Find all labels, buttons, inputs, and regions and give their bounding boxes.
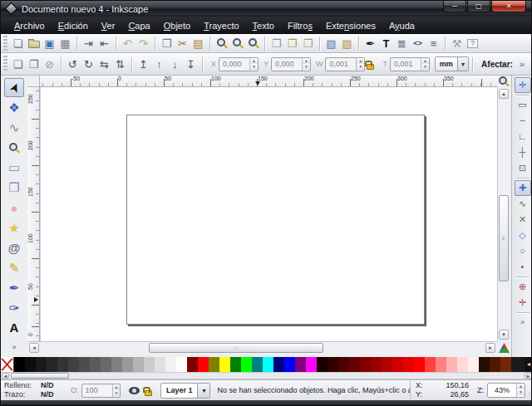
color-swatch[interactable]: [295, 357, 306, 372]
menu-capa[interactable]: Capa: [121, 19, 156, 32]
window-resize-grip[interactable]: ∷: [529, 391, 532, 400]
color-swatch[interactable]: [90, 357, 101, 372]
paste-button[interactable]: ▤: [190, 36, 206, 51]
color-swatch[interactable]: [79, 357, 90, 372]
print-document-button[interactable]: ▦: [57, 36, 73, 51]
copy-button[interactable]: ❐: [159, 36, 175, 51]
menu-texto[interactable]: Texto: [246, 19, 281, 32]
ruler-corner-zoom-icon[interactable]: [497, 76, 510, 87]
color-swatch[interactable]: [382, 357, 392, 372]
fill-stroke-dialog-button[interactable]: ✒: [362, 36, 378, 51]
close-button[interactable]: ✕: [491, 1, 526, 12]
lower-to-bottom-button[interactable]: ↧: [183, 56, 199, 72]
color-swatch[interactable]: [490, 357, 500, 372]
chevron-down-icon[interactable]: ▼: [197, 384, 209, 398]
color-swatch[interactable]: [263, 357, 273, 372]
horizontal-scrollbar[interactable]: ◂ ⁞⁞⁞ ▸: [27, 341, 497, 355]
scroll-up-button[interactable]: ▴: [499, 89, 509, 99]
color-swatch[interactable]: [468, 357, 479, 372]
snap-smooth-nodes-button[interactable]: ○: [515, 243, 531, 259]
tool-zoom[interactable]: [4, 138, 24, 157]
zoom-page-button[interactable]: [245, 36, 261, 51]
color-swatch[interactable]: [284, 357, 295, 372]
new-document-button[interactable]: ❏: [10, 36, 26, 51]
palette-overflow-arrow[interactable]: ◂: [525, 357, 532, 372]
document-properties-button[interactable]: ?: [465, 36, 480, 51]
snap-bbox-button[interactable]: ▭: [515, 97, 531, 113]
tool-text[interactable]: A: [4, 318, 24, 337]
raise-to-top-button[interactable]: ↥: [135, 56, 151, 72]
menu-ayuda[interactable]: Ayuda: [382, 19, 421, 32]
color-swatch[interactable]: [57, 357, 68, 372]
unit-selector[interactable]: mm▼: [435, 56, 469, 71]
swatch-none[interactable]: [1, 357, 14, 372]
save-document-button[interactable]: ▣: [42, 36, 57, 51]
layer-lock-icon[interactable]: [145, 390, 152, 396]
color-swatch[interactable]: [14, 357, 25, 372]
color-swatch[interactable]: [349, 357, 360, 372]
menu-archivo[interactable]: Archivo: [7, 19, 52, 32]
color-swatch[interactable]: [241, 357, 252, 372]
snap-nodes-button[interactable]: ✚: [515, 180, 531, 196]
snap-rotation-centers-button[interactable]: ✛: [515, 295, 531, 311]
align-dialog-button[interactable]: ≡: [426, 36, 441, 51]
toolbox-overflow[interactable]: »: [4, 338, 24, 357]
undo-button[interactable]: ↶: [120, 36, 135, 51]
color-swatch[interactable]: [328, 357, 338, 372]
color-swatch[interactable]: [122, 357, 133, 372]
snapbar-overflow[interactable]: »: [515, 315, 531, 330]
snap-bbox-edge-midpoints-button[interactable]: ┼: [515, 144, 531, 160]
spinner-arrows[interactable]: ▲▼: [249, 58, 258, 71]
deselect-button[interactable]: ⊘: [42, 56, 57, 72]
menu-objeto[interactable]: Objeto: [157, 19, 197, 32]
color-swatch[interactable]: [111, 357, 122, 372]
select-all-button[interactable]: ❏: [10, 56, 26, 72]
toolbar-grip[interactable]: [3, 56, 7, 73]
field-w-spinner[interactable]: 0,001▲▼: [325, 57, 365, 71]
color-swatch[interactable]: [252, 357, 263, 372]
tool-3dbox[interactable]: ❒: [4, 178, 24, 197]
tool-star[interactable]: ★: [4, 218, 24, 237]
scroll-left-button[interactable]: ◂: [29, 343, 39, 353]
snap-object-centers-button[interactable]: ⊕: [515, 279, 531, 295]
color-swatch[interactable]: [436, 357, 446, 372]
layer-selector[interactable]: Layer 1 ▼: [160, 383, 211, 399]
color-swatch[interactable]: [219, 357, 230, 372]
color-swatch[interactable]: [446, 357, 457, 372]
color-swatch[interactable]: [306, 357, 317, 372]
snap-bbox-corners-button[interactable]: ∟: [515, 129, 531, 144]
menu-trayecto[interactable]: Trayecto: [197, 19, 245, 32]
unlink-clone-button[interactable]: ❐: [300, 36, 316, 51]
snap-bbox-edges-button[interactable]: ┄: [515, 113, 531, 129]
color-swatch[interactable]: [47, 357, 57, 372]
color-management-icon[interactable]: [499, 343, 510, 353]
palette-scroll-left-button[interactable]: ◂: [2, 373, 9, 379]
zoom-selection-button[interactable]: [214, 36, 229, 51]
tool-node-editor[interactable]: ❖: [4, 98, 24, 117]
snap-midpoints-button[interactable]: •: [515, 259, 531, 275]
menu-filtros[interactable]: Filtros: [281, 19, 319, 32]
spinner-arrows[interactable]: ▲▼: [356, 58, 364, 71]
color-swatch[interactable]: [165, 357, 176, 372]
flip-horizontal-button[interactable]: ⇆: [96, 56, 112, 72]
color-swatch[interactable]: [230, 357, 241, 372]
flip-vertical-button[interactable]: ⇅: [112, 56, 128, 72]
chevron-down-icon[interactable]: ▼: [457, 57, 468, 71]
zoom-spinner[interactable]: 43% ▲▼: [487, 383, 525, 398]
menu-extensiones[interactable]: Extensiones: [319, 19, 382, 32]
field-y-spinner[interactable]: 0,000▲▼: [271, 57, 311, 71]
color-swatch[interactable]: [209, 357, 219, 372]
color-swatch[interactable]: [25, 357, 36, 372]
field-t-spinner[interactable]: 0,001▲▼: [390, 57, 430, 71]
open-document-button[interactable]: [26, 36, 42, 51]
tool-spiral[interactable]: @: [4, 238, 24, 257]
color-swatch[interactable]: [317, 357, 328, 372]
spinner-arrows[interactable]: ▲▼: [421, 58, 429, 71]
color-swatch[interactable]: [425, 357, 436, 372]
zoom-drawing-button[interactable]: [229, 36, 245, 51]
snap-bbox-centers-button[interactable]: ⊡: [515, 160, 531, 176]
layer-visibility-eye-icon[interactable]: [129, 387, 140, 394]
color-swatch[interactable]: [371, 357, 382, 372]
color-swatch[interactable]: [155, 357, 165, 372]
tool-tweak[interactable]: ∿: [4, 118, 24, 137]
